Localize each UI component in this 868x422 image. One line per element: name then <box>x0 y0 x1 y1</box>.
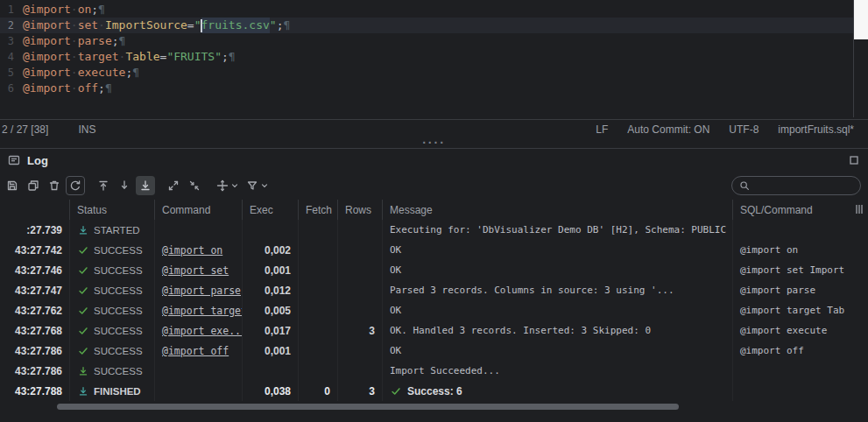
column-settings-icon[interactable] <box>853 203 865 215</box>
command-link[interactable]: @import target <box>162 305 243 317</box>
success-check-icon <box>77 264 89 277</box>
command-link[interactable]: @import exe... <box>162 325 243 337</box>
log-row[interactable]: 43:27.786 SUCCESS @import off 0,001 OK @… <box>0 341 868 361</box>
encoding-indicator[interactable]: UTF-8 <box>729 123 759 136</box>
line-number: 5 <box>0 65 14 81</box>
scroll-to-top-button[interactable] <box>94 176 113 195</box>
col-header-rows[interactable]: Rows <box>338 200 383 220</box>
line-number: 1 <box>0 2 14 18</box>
search-input[interactable] <box>754 179 854 193</box>
filter-icon[interactable] <box>243 176 262 195</box>
editor-line: 1@import·on;¶ <box>0 2 868 18</box>
chevron-down-icon[interactable] <box>260 181 269 190</box>
editor-scrollbar-thumb[interactable] <box>854 0 868 39</box>
copy-log-button[interactable] <box>24 176 43 195</box>
chevron-down-icon[interactable] <box>230 181 239 190</box>
line-ending-indicator[interactable]: LF <box>596 123 608 136</box>
log-panel: Log <box>0 148 868 413</box>
finished-icon <box>77 385 89 397</box>
log-toolbar <box>0 172 868 200</box>
save-log-button[interactable] <box>3 176 22 195</box>
success-check-icon <box>77 325 89 337</box>
col-header-command[interactable]: Command <box>155 200 243 220</box>
success-check-icon <box>77 244 89 257</box>
log-row[interactable]: 43:27.762 SUCCESS @import target 0,005 O… <box>0 300 868 320</box>
command-link[interactable]: @import parse <box>162 285 241 297</box>
log-panel-header: Log <box>0 149 868 172</box>
file-name-label: importFruits.sql* <box>778 123 854 136</box>
line-number: 3 <box>0 33 14 49</box>
scroll-to-end-button[interactable] <box>136 176 155 195</box>
expand-icon[interactable] <box>164 176 183 195</box>
line-number: 2 <box>0 18 14 33</box>
line-number: 4 <box>0 49 14 65</box>
log-row[interactable]: 43:27.768 SUCCESS @import exe... 0,017 3… <box>0 320 868 341</box>
dbvisualizer-window: 1@import·on;¶ 2@import·set·ImportSource=… <box>0 0 868 422</box>
log-panel-icon <box>7 153 21 167</box>
clear-log-button[interactable] <box>45 176 64 195</box>
command-link[interactable]: @import off <box>162 345 229 357</box>
col-header-message[interactable]: Message <box>383 200 733 220</box>
col-header-status[interactable]: Status <box>70 200 155 220</box>
insert-mode-indicator[interactable]: INS <box>78 123 95 136</box>
started-icon <box>77 224 89 236</box>
maximize-icon[interactable] <box>849 155 859 165</box>
arrow-down-icon[interactable] <box>115 176 134 195</box>
horizontal-scrollbar-thumb[interactable] <box>57 404 679 410</box>
log-row[interactable]: 43:27.746 SUCCESS @import set 0,001 OK @… <box>0 260 868 280</box>
import-success-icon <box>77 365 89 377</box>
success-check-icon <box>77 285 89 297</box>
log-row-finished[interactable]: 43:27.788 FINISHED 0,038 0 3 Success: 6 <box>0 381 868 401</box>
log-panel-title: Log <box>27 154 48 167</box>
horizontal-scrollbar[interactable] <box>0 401 868 413</box>
success-check-icon <box>77 345 89 357</box>
collapse-icon[interactable] <box>185 176 204 195</box>
line-number: 6 <box>0 81 14 96</box>
move-options-button[interactable] <box>213 176 232 195</box>
editor-line: 3@import·parse;¶ <box>0 33 868 49</box>
command-link[interactable]: @import set <box>162 264 229 277</box>
col-header-exec[interactable]: Exec <box>243 200 299 220</box>
log-row[interactable]: 43:27.742 SUCCESS @import on 0,002 OK @i… <box>0 240 868 260</box>
search-icon <box>738 179 751 192</box>
col-header-sql-command[interactable]: SQL/Command <box>733 200 868 220</box>
log-row[interactable]: :27.739 STARTED Executing for: 'DbVisual… <box>0 220 868 240</box>
success-check-icon <box>77 305 89 317</box>
editor-line: 6@import·off;¶ <box>0 81 868 96</box>
auto-commit-indicator[interactable]: Auto Commit: ON <box>627 123 709 136</box>
panel-splitter[interactable]: ···· <box>0 139 868 148</box>
editor-scrollbar[interactable] <box>853 0 868 117</box>
splitter-handle-icon: ···· <box>422 139 446 146</box>
command-link[interactable]: @import on <box>162 244 222 257</box>
caret-position[interactable]: 2 / 27 [38] <box>2 123 48 136</box>
log-row[interactable]: 43:27.786 SUCCESS Import Succeeded... <box>0 361 868 381</box>
reload-toggle-button[interactable] <box>66 176 85 195</box>
col-header-fetch[interactable]: Fetch <box>299 200 338 220</box>
sql-editor[interactable]: 1@import·on;¶ 2@import·set·ImportSource=… <box>0 0 868 120</box>
editor-line-current: 2@import·set·ImportSource="fruits.csv";¶ <box>0 18 868 33</box>
editor-line: 5@import·execute;¶ <box>0 65 868 81</box>
log-search-box[interactable] <box>731 176 861 195</box>
col-header-time[interactable] <box>0 200 70 220</box>
success-check-icon <box>390 385 402 397</box>
editor-line: 4@import·target·Table="FRUITS";¶ <box>0 49 868 65</box>
log-table: Status Command Exec Fetch Rows Message S… <box>0 200 868 413</box>
summary-text: Success: 6 <box>407 385 462 397</box>
log-row[interactable]: 43:27.747 SUCCESS @import parse 0,012 Pa… <box>0 280 868 300</box>
table-header: Status Command Exec Fetch Rows Message S… <box>0 200 868 220</box>
